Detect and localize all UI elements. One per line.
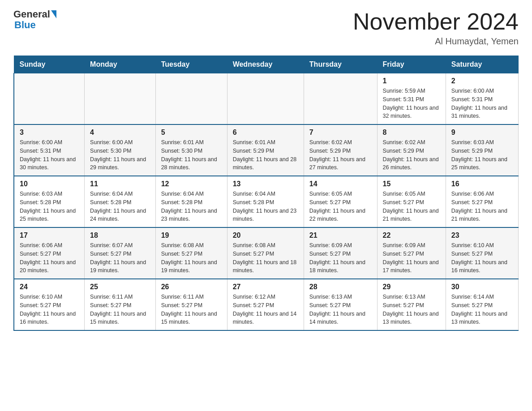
day-info: Sunrise: 6:00 AMSunset: 5:31 PMDaylight:… [451,87,513,120]
calendar-cell: 11Sunrise: 6:04 AMSunset: 5:28 PMDayligh… [85,176,156,227]
logo-text-general: General [13,9,50,20]
day-info: Sunrise: 6:05 AMSunset: 5:27 PMDaylight:… [309,190,372,223]
day-number: 4 [90,128,150,137]
calendar-cell: 25Sunrise: 6:11 AMSunset: 5:27 PMDayligh… [85,279,156,330]
day-number: 29 [383,283,440,291]
header-cell-sunday: Sunday [14,56,85,73]
day-number: 9 [451,128,513,137]
calendar-cell [85,73,156,125]
month-title: November 2024 [353,9,519,34]
calendar-cell: 18Sunrise: 6:07 AMSunset: 5:27 PMDayligh… [85,227,156,279]
header-cell-wednesday: Wednesday [227,56,304,73]
logo-triangle-icon [51,10,56,18]
day-number: 24 [20,283,79,291]
day-number: 23 [451,231,513,240]
day-number: 15 [383,180,440,188]
calendar-table: SundayMondayTuesdayWednesdayThursdayFrid… [13,56,519,331]
day-number: 5 [161,128,222,137]
calendar-cell: 23Sunrise: 6:10 AMSunset: 5:27 PMDayligh… [446,227,518,279]
title-section: November 2024 Al Humaydat, Yemen [353,9,519,47]
page-header: General Blue November 2024 Al Humaydat, … [13,9,519,47]
calendar-week-4: 17Sunrise: 6:06 AMSunset: 5:27 PMDayligh… [14,227,519,279]
day-info: Sunrise: 6:13 AMSunset: 5:27 PMDaylight:… [309,293,372,326]
day-info: Sunrise: 6:00 AMSunset: 5:31 PMDaylight:… [20,138,79,172]
header-cell-friday: Friday [377,56,446,73]
day-info: Sunrise: 6:01 AMSunset: 5:30 PMDaylight:… [161,138,222,172]
header-row: SundayMondayTuesdayWednesdayThursdayFrid… [14,56,519,73]
day-number: 3 [20,128,79,137]
calendar-cell: 16Sunrise: 6:06 AMSunset: 5:27 PMDayligh… [446,176,518,227]
day-number: 10 [20,180,79,188]
day-number: 1 [383,77,440,85]
calendar-cell: 22Sunrise: 6:09 AMSunset: 5:27 PMDayligh… [377,227,446,279]
day-number: 6 [233,128,298,137]
day-number: 13 [233,180,298,188]
day-info: Sunrise: 6:10 AMSunset: 5:27 PMDaylight:… [20,293,79,326]
calendar-cell [14,73,85,125]
calendar-cell [227,73,304,125]
day-number: 21 [309,231,372,240]
header-cell-thursday: Thursday [304,56,377,73]
day-number: 22 [383,231,440,240]
calendar-cell: 17Sunrise: 6:06 AMSunset: 5:27 PMDayligh… [14,227,85,279]
day-info: Sunrise: 6:10 AMSunset: 5:27 PMDaylight:… [451,241,513,275]
day-info: Sunrise: 6:03 AMSunset: 5:28 PMDaylight:… [20,190,79,223]
header-cell-tuesday: Tuesday [155,56,227,73]
calendar-header: SundayMondayTuesdayWednesdayThursdayFrid… [14,56,519,73]
header-cell-saturday: Saturday [446,56,518,73]
calendar-cell: 6Sunrise: 6:01 AMSunset: 5:29 PMDaylight… [227,124,304,176]
calendar-cell: 2Sunrise: 6:00 AMSunset: 5:31 PMDaylight… [446,73,518,125]
calendar-cell: 13Sunrise: 6:04 AMSunset: 5:28 PMDayligh… [227,176,304,227]
calendar-cell: 12Sunrise: 6:04 AMSunset: 5:28 PMDayligh… [155,176,227,227]
calendar-cell: 28Sunrise: 6:13 AMSunset: 5:27 PMDayligh… [304,279,377,330]
day-number: 30 [451,283,513,291]
day-number: 7 [309,128,372,137]
day-info: Sunrise: 6:01 AMSunset: 5:29 PMDaylight:… [233,138,298,172]
day-number: 8 [383,128,440,137]
day-info: Sunrise: 6:04 AMSunset: 5:28 PMDaylight:… [161,190,222,223]
calendar-cell: 26Sunrise: 6:11 AMSunset: 5:27 PMDayligh… [155,279,227,330]
day-number: 12 [161,180,222,188]
day-info: Sunrise: 6:12 AMSunset: 5:27 PMDaylight:… [233,293,298,326]
day-info: Sunrise: 6:02 AMSunset: 5:29 PMDaylight:… [309,138,372,172]
calendar-cell: 21Sunrise: 6:09 AMSunset: 5:27 PMDayligh… [304,227,377,279]
day-number: 27 [233,283,298,291]
day-info: Sunrise: 6:09 AMSunset: 5:27 PMDaylight:… [309,241,372,275]
calendar-cell: 1Sunrise: 5:59 AMSunset: 5:31 PMDaylight… [377,73,446,125]
header-cell-monday: Monday [85,56,156,73]
day-number: 16 [451,180,513,188]
day-number: 2 [451,77,513,85]
calendar-week-5: 24Sunrise: 6:10 AMSunset: 5:27 PMDayligh… [14,279,519,330]
day-info: Sunrise: 6:03 AMSunset: 5:29 PMDaylight:… [451,138,513,172]
day-info: Sunrise: 6:04 AMSunset: 5:28 PMDaylight:… [90,190,150,223]
calendar-cell: 10Sunrise: 6:03 AMSunset: 5:28 PMDayligh… [14,176,85,227]
calendar-cell [155,73,227,125]
calendar-cell: 15Sunrise: 6:05 AMSunset: 5:27 PMDayligh… [377,176,446,227]
day-info: Sunrise: 6:13 AMSunset: 5:27 PMDaylight:… [383,293,440,326]
day-info: Sunrise: 6:02 AMSunset: 5:29 PMDaylight:… [383,138,440,172]
day-info: Sunrise: 6:00 AMSunset: 5:30 PMDaylight:… [90,138,150,172]
day-number: 14 [309,180,372,188]
calendar-cell: 4Sunrise: 6:00 AMSunset: 5:30 PMDaylight… [85,124,156,176]
day-info: Sunrise: 5:59 AMSunset: 5:31 PMDaylight:… [383,87,440,120]
day-info: Sunrise: 6:14 AMSunset: 5:27 PMDaylight:… [451,293,513,326]
location-subtitle: Al Humaydat, Yemen [353,36,519,47]
calendar-cell: 19Sunrise: 6:08 AMSunset: 5:27 PMDayligh… [155,227,227,279]
day-number: 19 [161,231,222,240]
day-number: 11 [90,180,150,188]
calendar-cell: 29Sunrise: 6:13 AMSunset: 5:27 PMDayligh… [377,279,446,330]
calendar-cell [304,73,377,125]
calendar-cell: 20Sunrise: 6:08 AMSunset: 5:27 PMDayligh… [227,227,304,279]
day-number: 26 [161,283,222,291]
day-number: 28 [309,283,372,291]
day-info: Sunrise: 6:09 AMSunset: 5:27 PMDaylight:… [383,241,440,275]
calendar-cell: 7Sunrise: 6:02 AMSunset: 5:29 PMDaylight… [304,124,377,176]
calendar-week-3: 10Sunrise: 6:03 AMSunset: 5:28 PMDayligh… [14,176,519,227]
day-info: Sunrise: 6:11 AMSunset: 5:27 PMDaylight:… [161,293,222,326]
calendar-cell: 27Sunrise: 6:12 AMSunset: 5:27 PMDayligh… [227,279,304,330]
day-number: 18 [90,231,150,240]
day-number: 17 [20,231,79,240]
day-info: Sunrise: 6:08 AMSunset: 5:27 PMDaylight:… [161,241,222,275]
day-info: Sunrise: 6:11 AMSunset: 5:27 PMDaylight:… [90,293,150,326]
calendar-cell: 8Sunrise: 6:02 AMSunset: 5:29 PMDaylight… [377,124,446,176]
